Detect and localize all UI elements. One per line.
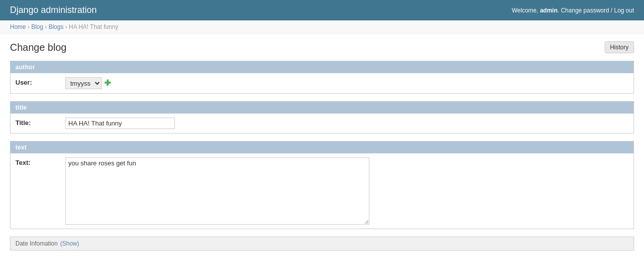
breadcrumb-blogs[interactable]: Blogs — [48, 23, 63, 30]
username: admin — [540, 7, 557, 14]
date-information-toggle[interactable]: (Show) — [60, 240, 79, 247]
breadcrumb-home[interactable]: Home — [10, 23, 26, 30]
text-textarea[interactable]: you share roses get fun — [65, 157, 369, 225]
title-fieldset: title Title: — [10, 101, 634, 133]
text-form-row: Text: you share roses get fun — [10, 153, 634, 229]
breadcrumb-blog[interactable]: Blog — [31, 23, 43, 30]
title-input[interactable] — [65, 118, 175, 129]
text-legend: text — [10, 141, 634, 153]
site-title: Django administration — [10, 5, 97, 15]
title-field-content — [65, 118, 629, 129]
history-button[interactable]: History — [605, 41, 634, 53]
welcome-text: Welcome, — [512, 7, 540, 14]
text-label: Text: — [15, 157, 65, 166]
text-field-content: you share roses get fun — [65, 157, 629, 225]
add-user-icon[interactable]: ✚ — [104, 79, 111, 87]
header: Django administration Welcome, admin. Ch… — [0, 0, 644, 20]
author-legend: author — [10, 61, 634, 73]
author-fieldset: author User: tmyyss ✚ — [10, 61, 634, 94]
title-legend: title — [10, 102, 634, 114]
date-information-header: Date Infomation (Show) — [10, 237, 634, 250]
site-title-link[interactable]: Django administration — [10, 5, 97, 15]
user-field-content: tmyyss ✚ — [65, 77, 629, 89]
date-information-label: Date Infomation — [15, 240, 58, 247]
date-information-section: Date Infomation (Show) — [10, 237, 634, 251]
user-form-row: User: tmyyss ✚ — [10, 73, 634, 93]
text-fieldset: text Text: you share roses get fun — [10, 141, 634, 229]
user-select[interactable]: tmyyss — [65, 77, 102, 89]
separator: / — [611, 7, 614, 14]
title-label: Title: — [15, 118, 65, 127]
content-area: Change blog History author User: tmyyss … — [0, 34, 644, 258]
change-password-link[interactable]: Change password — [561, 7, 609, 14]
title-form-row: Title: — [10, 114, 634, 133]
user-tools: Welcome, admin. Change password / Log ou… — [512, 7, 634, 14]
page-title-row: Change blog History — [10, 41, 634, 53]
page-title: Change blog — [10, 42, 66, 53]
user-label: User: — [15, 77, 65, 86]
breadcrumb: Home › Blog › Blogs › HA HA! That funny — [0, 20, 644, 34]
breadcrumb-current: HA HA! That funny — [69, 23, 118, 30]
logout-link[interactable]: Log out — [614, 7, 634, 14]
